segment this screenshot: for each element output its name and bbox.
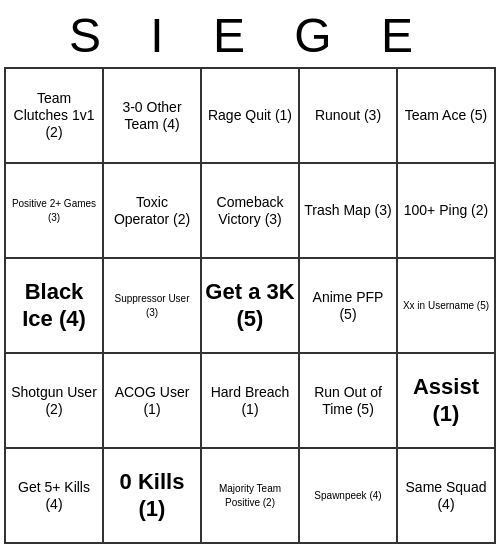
cell-0-3: Runout (3) [299, 68, 397, 163]
cell-2-0: Black Ice (4) [5, 258, 103, 353]
cell-2-3: Anime PFP (5) [299, 258, 397, 353]
cell-2-2: Get a 3K (5) [201, 258, 299, 353]
bingo-grid: Team Clutches 1v1 (2)3-0 Other Team (4)R… [4, 67, 496, 544]
cell-3-3: Run Out of Time (5) [299, 353, 397, 448]
cell-0-4: Team Ace (5) [397, 68, 495, 163]
cell-3-2: Hard Breach (1) [201, 353, 299, 448]
cell-4-1: 0 Kills (1) [103, 448, 201, 543]
cell-1-0: Positive 2+ Games (3) [5, 163, 103, 258]
cell-0-2: Rage Quit (1) [201, 68, 299, 163]
cell-4-3: Spawnpeek (4) [299, 448, 397, 543]
cell-2-4: Xx in Username (5) [397, 258, 495, 353]
cell-3-1: ACOG User (1) [103, 353, 201, 448]
cell-0-0: Team Clutches 1v1 (2) [5, 68, 103, 163]
cell-4-2: Majority Team Positive (2) [201, 448, 299, 543]
cell-3-0: Shotgun User (2) [5, 353, 103, 448]
cell-1-4: 100+ Ping (2) [397, 163, 495, 258]
page-title: S I E G E [0, 0, 500, 67]
cell-3-4: Assist (1) [397, 353, 495, 448]
cell-1-1: Toxic Operator (2) [103, 163, 201, 258]
cell-0-1: 3-0 Other Team (4) [103, 68, 201, 163]
cell-4-0: Get 5+ Kills (4) [5, 448, 103, 543]
cell-2-1: Suppressor User (3) [103, 258, 201, 353]
cell-1-2: Comeback Victory (3) [201, 163, 299, 258]
cell-1-3: Trash Map (3) [299, 163, 397, 258]
cell-4-4: Same Squad (4) [397, 448, 495, 543]
